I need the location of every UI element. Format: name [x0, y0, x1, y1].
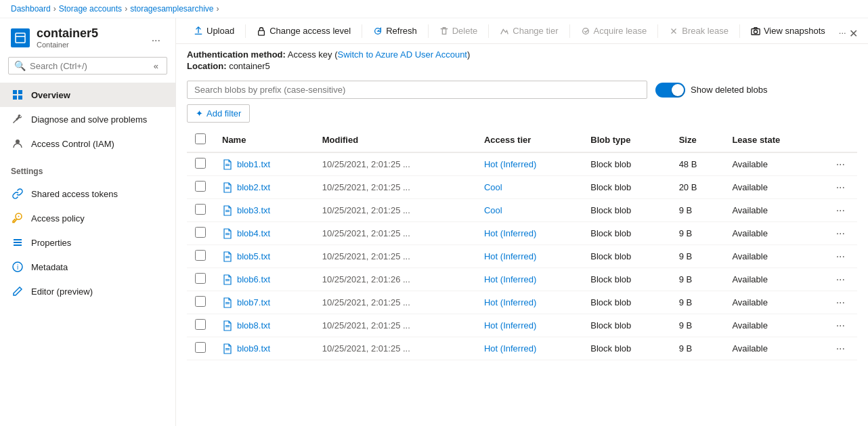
header-size[interactable]: Size: [671, 128, 724, 152]
row-more-button[interactable]: ···: [832, 226, 849, 240]
select-all-checkbox[interactable]: [195, 133, 206, 144]
sidebar-metadata-label: Metadata: [31, 262, 68, 272]
collapse-button[interactable]: «: [151, 61, 161, 71]
header-actions: [824, 128, 857, 152]
row-checkbox[interactable]: [195, 296, 206, 307]
row-checkbox-cell[interactable]: [187, 314, 214, 337]
row-more-button[interactable]: ···: [832, 203, 849, 217]
breadcrumb-storage-accounts[interactable]: Storage accounts: [59, 4, 122, 14]
svg-rect-24: [225, 234, 230, 235]
change-tier-button[interactable]: Change tier: [493, 22, 565, 39]
row-access-tier: Hot (Inferred): [476, 314, 582, 337]
row-more-button[interactable]: ···: [832, 341, 849, 356]
svg-rect-0: [16, 33, 25, 43]
close-button[interactable]: ✕: [844, 24, 863, 43]
row-more-button[interactable]: ···: [832, 249, 849, 263]
row-checkbox[interactable]: [195, 204, 206, 215]
row-checkbox[interactable]: [195, 342, 206, 353]
delete-button[interactable]: Delete: [433, 22, 485, 39]
acquire-lease-icon: [581, 26, 590, 36]
blob-search-input[interactable]: [187, 81, 647, 99]
table-row: blob1.txt 10/25/2021, 2:01:25 ... Hot (I…: [187, 152, 857, 176]
row-checkbox-cell[interactable]: [187, 337, 214, 360]
add-filter-button[interactable]: ✦ Add filter: [187, 104, 250, 123]
sidebar-item-access-policy[interactable]: Access policy: [0, 206, 175, 230]
sidebar-item-shared-access-tokens[interactable]: Shared access tokens: [0, 182, 175, 206]
row-checkbox[interactable]: [195, 273, 206, 284]
blob-name[interactable]: blob8.txt: [237, 320, 270, 331]
blob-name[interactable]: blob2.txt: [237, 182, 270, 192]
break-lease-button[interactable]: Break lease: [662, 22, 735, 39]
row-checkbox-cell[interactable]: [187, 268, 214, 291]
row-actions: ···: [824, 337, 857, 360]
blob-name[interactable]: blob7.txt: [237, 297, 270, 307]
row-lease-state: Available: [724, 152, 823, 176]
info-bar: Authentication method: Access key (Switc…: [176, 44, 868, 75]
row-access-tier: Hot (Inferred): [476, 222, 582, 245]
blob-name[interactable]: blob4.txt: [237, 228, 270, 238]
header-lease-state[interactable]: Lease state: [724, 128, 823, 152]
sidebar-item-access-control[interactable]: Access Control (IAM): [0, 131, 175, 156]
file-icon: [222, 205, 233, 216]
sidebar-more-button[interactable]: ...: [148, 30, 165, 45]
change-access-button[interactable]: Change access level: [250, 22, 357, 39]
row-checkbox-cell[interactable]: [187, 291, 214, 314]
row-more-button[interactable]: ···: [832, 180, 849, 194]
svg-rect-20: [225, 188, 230, 189]
sidebar-item-editor[interactable]: Editor (preview): [0, 279, 175, 303]
blob-name[interactable]: blob1.txt: [237, 159, 270, 169]
row-modified: 10/25/2021, 2:01:25 ...: [314, 337, 476, 360]
row-more-button[interactable]: ···: [832, 157, 849, 171]
row-checkbox[interactable]: [195, 158, 206, 169]
sidebar-subtitle: Container: [37, 41, 148, 49]
search-input[interactable]: [30, 61, 151, 71]
header-modified[interactable]: Modified: [314, 128, 476, 152]
auth-switch-link[interactable]: Switch to Azure AD User Account: [338, 49, 467, 60]
refresh-button[interactable]: Refresh: [366, 22, 424, 39]
row-checkbox[interactable]: [195, 250, 206, 261]
row-actions: ···: [824, 176, 857, 199]
header-name[interactable]: Name: [214, 128, 314, 152]
breadcrumb-dashboard[interactable]: Dashboard: [11, 4, 51, 14]
acquire-lease-button[interactable]: Acquire lease: [574, 22, 654, 39]
sidebar-item-properties[interactable]: Properties: [0, 230, 175, 255]
svg-rect-28: [225, 280, 230, 281]
row-checkbox[interactable]: [195, 181, 206, 192]
svg-rect-8: [14, 239, 22, 240]
row-blob-type: Block blob: [582, 314, 670, 337]
blob-name[interactable]: blob3.txt: [237, 205, 270, 215]
row-lease-state: Available: [724, 245, 823, 268]
grid-icon: [11, 88, 24, 102]
row-more-button[interactable]: ···: [832, 295, 849, 310]
content-area: ✕ Upload Change access level Refresh Del…: [176, 18, 868, 426]
row-checkbox-cell[interactable]: [187, 152, 214, 176]
sidebar-item-metadata[interactable]: i Metadata: [0, 255, 175, 279]
row-more-button[interactable]: ···: [832, 272, 849, 286]
filter-bar: ✦ Add filter: [176, 104, 868, 128]
sidebar-item-overview[interactable]: Overview: [0, 83, 175, 107]
upload-button[interactable]: Upload: [187, 22, 241, 39]
header-access-tier[interactable]: Access tier: [476, 128, 582, 152]
row-checkbox-cell[interactable]: [187, 176, 214, 199]
row-checkbox[interactable]: [195, 319, 206, 330]
blob-name[interactable]: blob9.txt: [237, 343, 270, 354]
view-snapshots-button[interactable]: View snapshots: [744, 22, 832, 39]
row-checkbox-cell[interactable]: [187, 222, 214, 245]
breadcrumb-storagesamplesarchive[interactable]: storagesamplesarchive: [130, 4, 213, 14]
header-blob-type[interactable]: Blob type: [582, 128, 670, 152]
blob-name[interactable]: blob6.txt: [237, 274, 270, 284]
blob-name[interactable]: blob5.txt: [237, 251, 270, 261]
row-name: blob1.txt: [214, 152, 314, 176]
row-more-button[interactable]: ···: [832, 318, 849, 333]
svg-rect-3: [18, 90, 22, 94]
sidebar-item-diagnose[interactable]: Diagnose and solve problems: [0, 107, 175, 131]
svg-rect-29: [225, 302, 230, 303]
row-size: 9 B: [671, 314, 724, 337]
row-name: blob3.txt: [214, 199, 314, 222]
row-checkbox-cell[interactable]: [187, 199, 214, 222]
show-deleted-toggle[interactable]: [655, 83, 685, 98]
row-modified: 10/25/2021, 2:01:25 ...: [314, 314, 476, 337]
svg-rect-32: [225, 326, 230, 327]
row-checkbox[interactable]: [195, 227, 206, 238]
row-checkbox-cell[interactable]: [187, 245, 214, 268]
